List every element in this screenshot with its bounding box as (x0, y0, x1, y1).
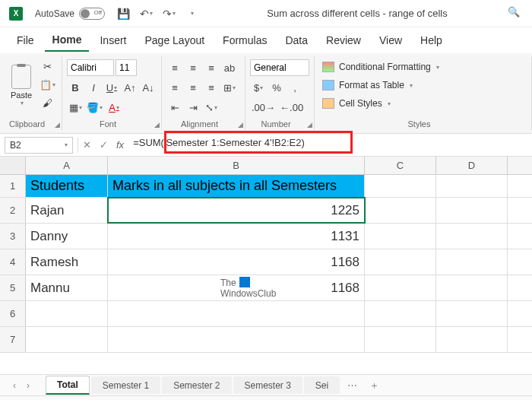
font-name-select[interactable] (67, 59, 114, 76)
search-icon[interactable]: 🔍 (508, 6, 523, 21)
cell[interactable] (365, 249, 436, 275)
align-middle-icon[interactable]: ≡ (185, 59, 201, 76)
cell[interactable] (436, 175, 508, 197)
tab-insert[interactable]: Insert (92, 30, 134, 51)
currency-icon[interactable]: $▾ (250, 79, 267, 96)
cell[interactable] (365, 301, 436, 326)
format-painter-icon[interactable]: 🖌 (38, 94, 57, 111)
align-top-icon[interactable]: ≡ (166, 59, 183, 76)
cell[interactable]: Marks in all subjects in all Semesters (108, 175, 365, 197)
paste-button[interactable]: Paste ▾ (5, 58, 38, 113)
sheet-tab-total[interactable]: Total (46, 376, 90, 395)
autosave-toggle[interactable]: Off (79, 8, 105, 20)
cell[interactable]: 1168 (108, 275, 365, 300)
sheet-tab-sem1[interactable]: Semester 1 (91, 376, 160, 394)
decrease-font-icon[interactable]: A↓ (140, 79, 157, 96)
comma-icon[interactable]: , (287, 79, 303, 96)
tab-help[interactable]: Help (413, 30, 450, 51)
align-center-icon[interactable]: ≡ (185, 79, 201, 96)
cell[interactable] (436, 301, 508, 326)
percent-icon[interactable]: % (268, 79, 285, 96)
cell[interactable] (436, 249, 508, 275)
cell[interactable]: Students (26, 175, 108, 197)
cancel-formula-icon[interactable]: ✕ (78, 137, 95, 154)
borders-icon[interactable]: ▦▾ (67, 99, 84, 116)
cell[interactable]: 1131 (108, 224, 365, 249)
fx-icon[interactable]: fx (116, 139, 124, 151)
font-launcher-icon[interactable]: ◢ (154, 121, 160, 129)
tab-home[interactable]: Home (45, 29, 90, 52)
cell[interactable]: Rajan (26, 198, 108, 223)
col-header-d[interactable]: D (436, 157, 508, 174)
cell[interactable]: Mannu (26, 275, 108, 300)
font-color-icon[interactable]: A▾ (106, 99, 122, 116)
row-header[interactable]: 2 (0, 198, 26, 223)
cell[interactable] (26, 301, 108, 326)
merge-icon[interactable]: ⊞▾ (221, 79, 238, 96)
sheet-tab-sem2[interactable]: Semester 2 (162, 376, 231, 394)
font-size-select[interactable] (116, 59, 137, 76)
underline-button[interactable]: U▾ (103, 79, 120, 96)
tab-review[interactable]: Review (318, 30, 369, 51)
copy-icon[interactable]: 📋▾ (38, 76, 57, 93)
active-cell[interactable]: 1225 (108, 198, 365, 223)
cell[interactable] (365, 275, 436, 300)
cell[interactable] (365, 198, 436, 223)
sheet-tab-sem3[interactable]: Semester 3 (233, 376, 302, 394)
sheet-overflow-icon[interactable]: ⋯ (341, 379, 363, 391)
increase-indent-icon[interactable]: ⇥ (185, 99, 201, 116)
cell[interactable]: Danny (26, 224, 108, 249)
conditional-formatting-button[interactable]: Conditional Formatting▾ (319, 58, 527, 76)
col-header-a[interactable]: A (26, 157, 108, 174)
number-launcher-icon[interactable]: ◢ (307, 121, 312, 129)
undo-icon[interactable]: ↶▾ (138, 6, 154, 21)
col-header-b[interactable]: B (108, 157, 365, 174)
sheet-nav-prev-icon[interactable]: ‹ (8, 380, 21, 391)
row-header[interactable]: 6 (0, 301, 26, 326)
align-left-icon[interactable]: ≡ (166, 79, 183, 96)
cell[interactable] (365, 224, 436, 249)
clipboard-launcher-icon[interactable]: ◢ (55, 121, 60, 129)
number-format-select[interactable] (250, 59, 309, 76)
increase-decimal-icon[interactable]: .00→ (250, 99, 277, 116)
bold-button[interactable]: B (67, 79, 84, 96)
row-header[interactable]: 1 (0, 175, 26, 197)
formula-input[interactable]: =SUM('Semester 1:Semester 4'!B2:E2) (128, 137, 532, 154)
redo-icon[interactable]: ↷▾ (161, 6, 176, 21)
cell[interactable] (108, 301, 365, 326)
tab-formulas[interactable]: Formulas (215, 30, 274, 51)
qat-overflow[interactable]: ▾ (184, 6, 199, 21)
cell[interactable]: 1168 (108, 249, 365, 275)
cell[interactable]: Ramesh (26, 249, 108, 275)
cell[interactable] (365, 327, 436, 352)
sheet-nav-next-icon[interactable]: › (21, 380, 35, 391)
select-all-corner[interactable] (0, 157, 26, 174)
cell[interactable] (365, 175, 436, 197)
tab-data[interactable]: Data (277, 30, 315, 51)
format-as-table-button[interactable]: Format as Table▾ (319, 76, 527, 94)
decrease-decimal-icon[interactable]: ←.00 (278, 99, 305, 116)
cell-styles-button[interactable]: Cell Styles▾ (319, 94, 527, 113)
cell[interactable] (436, 224, 508, 249)
tab-page-layout[interactable]: Page Layout (137, 30, 212, 51)
row-header[interactable]: 7 (0, 327, 26, 352)
cell[interactable] (26, 327, 108, 352)
col-header-c[interactable]: C (365, 157, 436, 174)
tab-view[interactable]: View (372, 30, 410, 51)
decrease-indent-icon[interactable]: ⇤ (166, 99, 183, 116)
row-header[interactable]: 4 (0, 249, 26, 275)
sheet-tab-sem4[interactable]: Sei (304, 376, 340, 394)
align-right-icon[interactable]: ≡ (203, 79, 220, 96)
wrap-text-icon[interactable]: ab (221, 59, 238, 76)
cell[interactable] (436, 327, 508, 352)
increase-font-icon[interactable]: A↑ (122, 79, 138, 96)
row-header[interactable]: 5 (0, 275, 26, 300)
orientation-icon[interactable]: ⤡▾ (203, 99, 220, 116)
save-icon[interactable]: 💾 (116, 6, 131, 21)
row-header[interactable]: 3 (0, 224, 26, 249)
enter-formula-icon[interactable]: ✓ (95, 137, 112, 154)
cell[interactable] (436, 198, 508, 223)
fill-color-icon[interactable]: 🪣▾ (85, 99, 104, 116)
italic-button[interactable]: I (85, 79, 102, 96)
align-bottom-icon[interactable]: ≡ (203, 59, 220, 76)
